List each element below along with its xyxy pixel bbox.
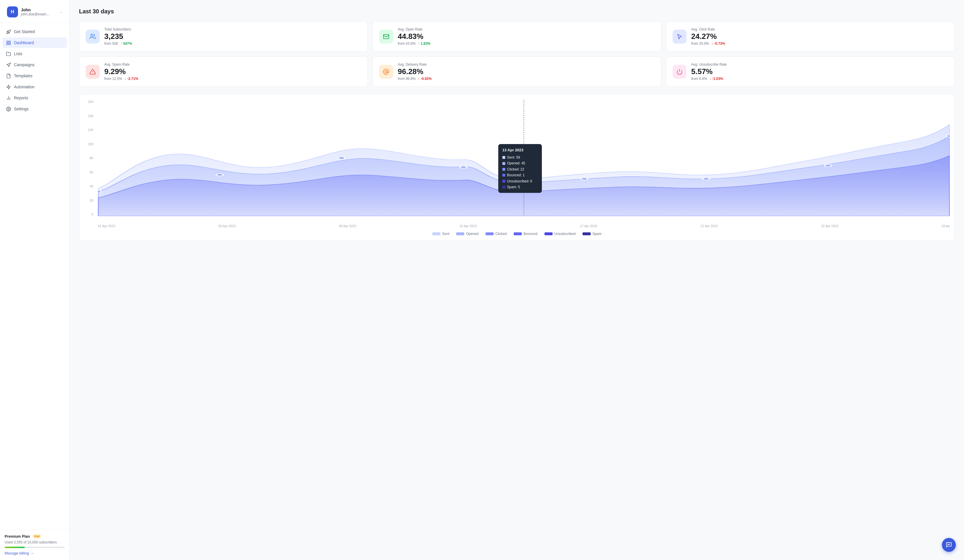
stat-value: 3,235 [104, 33, 361, 40]
x-axis-label: 21 Apr 2023 [700, 224, 718, 228]
svg-point-18 [460, 166, 467, 168]
stat-meta: from 500 ↑ 547% [104, 42, 361, 46]
svg-point-13 [385, 71, 387, 73]
at-icon-wrap [379, 65, 393, 79]
chart-area: 160140120100806040200 [84, 100, 950, 228]
svg-rect-10 [384, 34, 389, 39]
y-axis-label: 80 [90, 156, 93, 160]
plan-info: Premium Plan trial Used 3,355 of 10,000 … [5, 534, 65, 548]
sidebar-item-lists[interactable]: Lists [2, 49, 67, 59]
sidebar-item-templates[interactable]: Templates [2, 71, 67, 81]
legend-color [456, 232, 464, 235]
stat-from: from 25.0% [691, 42, 709, 46]
stat-change: ↑ 547% [120, 42, 132, 46]
chart-legend: SentOpenedClickedBouncedUnsubscribedSpam [84, 232, 950, 236]
warning-icon-wrap [86, 65, 100, 79]
svg-rect-3 [7, 43, 8, 44]
stat-value: 24.27% [691, 33, 948, 40]
sidebar-item-label: Dashboard [14, 41, 34, 45]
stat-from: from 12.0% [104, 77, 122, 81]
y-axis-label: 20 [90, 199, 93, 202]
svg-point-17 [338, 157, 345, 159]
stat-card-avg-unsubscribe-rate: Avg. Unsubscribe Rate 5.57% from 6.6% ↓ … [666, 56, 955, 87]
stat-label: Avg. Click Rate [691, 27, 948, 31]
cursor-icon-wrap [673, 29, 687, 44]
stat-from: from 96.8% [398, 77, 415, 81]
y-axis-label: 160 [88, 100, 93, 103]
sidebar: H John john.doe@exam... ⌄ Get StartedDas… [0, 0, 70, 560]
legend-item-bounced: Bounced [514, 232, 537, 236]
stat-from: from 6.6% [691, 77, 707, 81]
stat-card-avg-spam-rate: Avg. Spam Rate 9.29% from 12.0% ↓ -2.71% [79, 56, 368, 87]
sidebar-nav: Get StartedDashboardListsCampaignsTempla… [0, 23, 70, 529]
stat-change: ↓ -0.52% [418, 77, 432, 81]
stat-value: 9.29% [104, 68, 361, 75]
power-icon-wrap [673, 65, 687, 79]
legend-label: Unsubscribed [554, 232, 576, 236]
manage-billing-link[interactable]: Manage billing → [5, 551, 65, 555]
sidebar-item-get-started[interactable]: Get Started [2, 26, 67, 37]
sidebar-item-settings[interactable]: Settings [2, 104, 67, 114]
y-axis-label: 100 [88, 142, 93, 146]
user-email: john.doe@exam... [21, 12, 57, 16]
sidebar-item-reports[interactable]: Reports [2, 93, 67, 103]
user-profile[interactable]: H John john.doe@exam... ⌄ [5, 5, 65, 19]
stat-value: 44.83% [398, 33, 655, 40]
sidebar-item-label: Settings [14, 107, 29, 111]
stat-meta: from 12.0% ↓ -2.71% [104, 77, 361, 81]
settings-icon [6, 106, 11, 112]
stat-label: Avg. Spam Rate [104, 62, 361, 67]
y-axis-label: 120 [88, 128, 93, 132]
stat-change: ↑ 1.83% [418, 42, 430, 46]
y-axis-label: 40 [90, 184, 93, 188]
svg-point-23 [946, 135, 950, 137]
sidebar-item-label: Templates [14, 73, 33, 78]
chat-icon [946, 542, 952, 548]
user-details: John john.doe@exam... [21, 8, 57, 16]
stat-meta: from 96.8% ↓ -0.52% [398, 77, 655, 81]
svg-point-15 [98, 190, 101, 193]
x-axis-label: 29 Ap [942, 224, 950, 228]
stat-value: 5.57% [691, 68, 948, 75]
stat-content: Avg. Click Rate 24.27% from 25.0% ↓ -0.7… [691, 27, 948, 46]
stat-content: Total Subscribers 3,235 from 500 ↑ 547% [104, 27, 361, 46]
users-icon-wrap [86, 29, 100, 44]
stat-label: Avg. Delivery Rate [398, 62, 655, 67]
x-axis-label: 13 Apr 2023 [459, 224, 477, 228]
stat-content: Avg. Unsubscribe Rate 5.57% from 6.6% ↓ … [691, 62, 948, 81]
legend-label: Spam [593, 232, 601, 236]
sidebar-header: H John john.doe@exam... ⌄ [0, 0, 70, 23]
legend-color [432, 232, 440, 235]
sidebar-item-label: Get Started [14, 29, 35, 34]
stat-change: ↓ -0.73% [711, 42, 725, 46]
stat-content: Avg. Delivery Rate 96.28% from 96.8% ↓ -… [398, 62, 655, 81]
sidebar-item-campaigns[interactable]: Campaigns [2, 60, 67, 70]
reports-icon [6, 95, 11, 101]
legend-label: Opened [466, 232, 479, 236]
stat-change: ↓ -2.71% [124, 77, 138, 81]
page-title: Last 30 days [79, 8, 955, 15]
stat-meta: from 43.0% ↑ 1.83% [398, 42, 655, 46]
mail-icon-wrap [379, 29, 393, 44]
y-axis-label: 140 [88, 114, 93, 118]
legend-label: Clicked [495, 232, 507, 236]
legend-item-unsubscribed: Unsubscribed [544, 232, 576, 236]
automation-icon [6, 84, 11, 90]
stat-card-avg-open-rate: Avg. Open Rate 44.83% from 43.0% ↑ 1.83% [373, 21, 661, 52]
svg-point-9 [91, 34, 93, 36]
chat-button[interactable] [942, 538, 956, 552]
stat-from: from 43.0% [398, 42, 415, 46]
x-axis-label: 01 Apr 2023 [98, 224, 115, 228]
templates-icon [6, 73, 11, 78]
legend-color [514, 232, 522, 235]
sidebar-item-dashboard[interactable]: Dashboard [2, 37, 67, 48]
svg-point-8 [8, 108, 9, 109]
sidebar-item-automation[interactable]: Automation [2, 81, 67, 92]
chart-x-axis: 01 Apr 202305 Apr 202309 Apr 202313 Apr … [98, 219, 950, 228]
x-axis-label: 25 Apr 2023 [821, 224, 838, 228]
stat-label: Total Subscribers [104, 27, 361, 31]
svg-point-21 [703, 177, 710, 180]
chart-plot: 13 Apr 2023 Sent: 59 Opened: 45 Clicked:… [98, 100, 950, 216]
legend-color [485, 232, 493, 235]
svg-rect-2 [9, 43, 10, 44]
